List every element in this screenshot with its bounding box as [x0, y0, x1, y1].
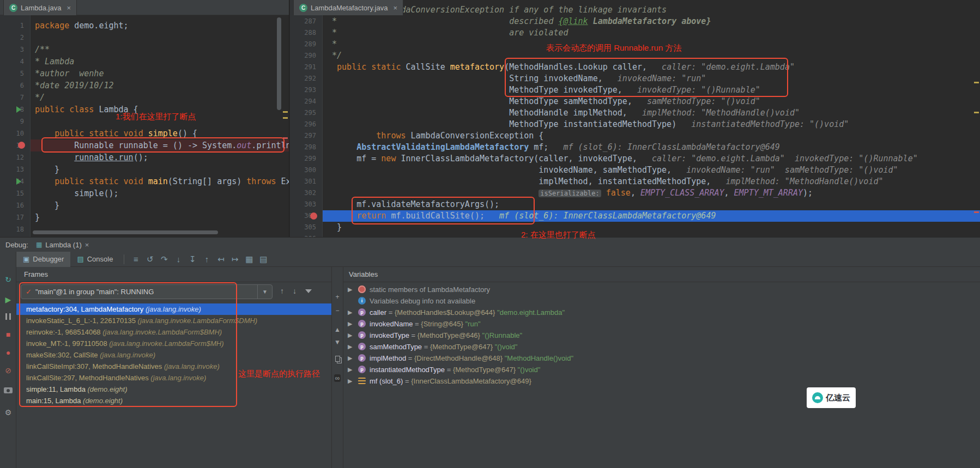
line-number[interactable]: 289 — [290, 39, 323, 50]
drop-frame-icon[interactable]: ↤ — [214, 254, 228, 264]
run-to-cursor-icon[interactable]: ↦ — [228, 254, 242, 264]
frame-row[interactable]: invokeStatic_L_6_L:-1, 226170135 (java.l… — [16, 315, 331, 326]
code-line[interactable]: } — [35, 199, 59, 211]
tab-console[interactable]: ▤ Console — [70, 252, 119, 267]
code-line[interactable]: /** — [35, 44, 50, 56]
line-number[interactable]: 12 — [0, 151, 31, 163]
thread-selector[interactable]: ✓ "main"@1 in group "main": RUNNING ▼ — [21, 284, 273, 299]
code-line[interactable]: runnable.run(); — [35, 151, 148, 163]
rerun-icon[interactable]: ↻ — [0, 275, 16, 284]
remove-watch-icon[interactable]: − — [332, 307, 343, 314]
mute-breakpoints-icon[interactable]: ⊘ — [0, 366, 16, 375]
vertical-scrollbar[interactable] — [277, 17, 281, 110]
code-line[interactable]: isSerializable: false, EMPTY_CLASS_ARRAY… — [327, 187, 813, 199]
expand-arrow-icon[interactable]: ▶ — [348, 307, 352, 318]
code-line[interactable]: * are violated — [327, 27, 568, 39]
code-line[interactable]: */ — [35, 92, 45, 104]
line-number[interactable]: 16 — [0, 199, 31, 211]
code-line[interactable]: public static CallSite metafactory(Metho… — [327, 62, 795, 73]
line-number[interactable]: 6 — [0, 80, 31, 92]
layout-settings-icon[interactable]: ≡ — [129, 254, 143, 264]
line-number[interactable]: 299 — [290, 153, 323, 165]
code-line[interactable]: MethodType samMethodType, samMethodType:… — [327, 96, 760, 107]
close-icon[interactable]: × — [393, 4, 397, 12]
tab-lambda-java[interactable]: C Lambda.java × — [3, 0, 77, 15]
line-number[interactable]: 288 — [290, 27, 323, 39]
line-number[interactable]: 296 — [290, 119, 323, 130]
close-icon[interactable]: × — [66, 4, 71, 12]
line-number[interactable]: 5 — [0, 68, 31, 80]
variable-row[interactable]: ▶mf (slot_6) = {InnerClassLambdaMetafact… — [343, 375, 980, 387]
line-number[interactable]: 10 — [0, 127, 31, 139]
step-out-icon[interactable]: ↑ — [199, 254, 214, 264]
editor-right[interactable]: C LambdaMetafactory.java × 286 * @throws… — [290, 0, 980, 237]
code-line[interactable]: */ — [327, 50, 342, 62]
line-number[interactable]: 287 — [290, 16, 323, 27]
run-icon[interactable] — [16, 178, 21, 185]
chevron-down-icon[interactable]: ▼ — [257, 285, 268, 299]
code-line[interactable]: package demo.eight; — [35, 20, 129, 32]
show-execution-point-icon[interactable]: ↺ — [143, 254, 157, 264]
code-line[interactable]: return mf.buildCallSite(); mf (slot_6): … — [327, 210, 716, 222]
run-icon[interactable] — [16, 106, 21, 113]
code-line[interactable]: * described {@link LambdaMetafactory abo… — [327, 16, 711, 27]
line-number[interactable]: 9 — [0, 116, 31, 127]
code-line[interactable]: throws LambdaConversionException { — [327, 130, 543, 142]
close-icon[interactable]: × — [85, 241, 89, 249]
step-over-icon[interactable]: ↷ — [157, 254, 171, 264]
frame-row[interactable]: invoke_MT:-1, 997110508 (java.lang.invok… — [16, 338, 331, 349]
breakpoint-icon[interactable] — [18, 142, 25, 149]
frame-row[interactable]: simple:11, Lambda (demo.eight) — [16, 384, 331, 395]
move-up-icon[interactable]: ▲ — [332, 326, 343, 333]
line-number[interactable]: 300 — [290, 165, 323, 176]
code-line[interactable]: *date 2019/10/12 — [35, 80, 114, 92]
frame-row[interactable]: makeSite:302, CallSite (java.lang.invoke… — [16, 349, 331, 361]
add-watch-icon[interactable]: + — [332, 293, 343, 301]
line-number[interactable]: 15 — [0, 187, 31, 199]
variable-row[interactable]: ▶pinvokedType = {MethodType@646} "()Runn… — [343, 330, 980, 341]
code-line[interactable]: mf.validateMetafactoryArgs(); — [327, 199, 499, 210]
move-down-icon[interactable]: ▼ — [332, 338, 343, 346]
duplicate-icon[interactable] — [332, 356, 343, 363]
code-line[interactable]: AbstractValidatingLambdaMetafactory mf; … — [327, 142, 780, 153]
line-number[interactable]: 3 — [0, 44, 31, 56]
line-number[interactable]: 4 — [0, 56, 31, 68]
line-number[interactable]: 292 — [290, 73, 323, 84]
line-number[interactable]: 2 — [0, 32, 31, 44]
breakpoint-stripe-mark[interactable] — [974, 211, 979, 213]
code-line[interactable]: MethodHandle implMethod, implMethod: "Me… — [327, 107, 800, 119]
next-frame-icon[interactable]: ↓ — [293, 287, 297, 295]
pause-icon[interactable] — [0, 313, 16, 321]
line-number[interactable]: 18 — [0, 223, 31, 235]
code-line[interactable]: simple(); — [35, 187, 119, 199]
expand-arrow-icon[interactable]: ▶ — [348, 364, 352, 375]
line-number[interactable]: 7 — [0, 92, 31, 104]
frame-row[interactable]: reinvoke:-1, 968514068 (java.lang.invoke… — [16, 326, 331, 338]
force-step-into-icon[interactable]: ↧ — [185, 254, 199, 264]
breakpoint-icon[interactable] — [310, 212, 317, 220]
stop-icon[interactable]: ■ — [0, 330, 16, 339]
line-number[interactable]: 14 — [0, 175, 31, 187]
breakpoint-stripe-mark[interactable] — [283, 137, 288, 139]
warning-stripe-mark[interactable] — [283, 117, 288, 119]
expand-arrow-icon[interactable]: ▶ — [348, 352, 352, 364]
line-number[interactable]: 302 — [290, 187, 323, 199]
code-line[interactable]: } — [35, 211, 40, 223]
variable-row[interactable]: ▶pcaller = {MethodHandles$Lookup@644} "d… — [343, 307, 980, 318]
tab-lambdametafactory-java[interactable]: C LambdaMetafactory.java × — [293, 0, 403, 15]
variable-row[interactable]: ▶static members of LambdaMetafactory — [343, 284, 980, 295]
line-number[interactable]: 301 — [290, 176, 323, 187]
view-breakpoints-icon[interactable]: ▦ — [242, 254, 256, 264]
step-into-icon[interactable]: ↓ — [171, 254, 185, 264]
code-line[interactable]: } — [35, 163, 59, 175]
warning-stripe-mark[interactable] — [974, 112, 979, 113]
line-number[interactable]: 8 — [0, 104, 31, 116]
expand-arrow-icon[interactable]: ▶ — [348, 330, 352, 341]
code-line[interactable]: * Lambda — [35, 56, 74, 68]
line-number[interactable]: 13 — [0, 163, 31, 175]
expand-arrow-icon[interactable]: ▶ — [348, 284, 352, 295]
code-line[interactable]: implMethod, instantiatedMethodType, impl… — [327, 176, 883, 187]
frame-row[interactable]: metafactory:304, LambdaMetafactory (java… — [16, 303, 331, 315]
line-number[interactable]: 304 — [290, 210, 323, 222]
settings-icon[interactable]: ⚙ — [0, 408, 16, 417]
